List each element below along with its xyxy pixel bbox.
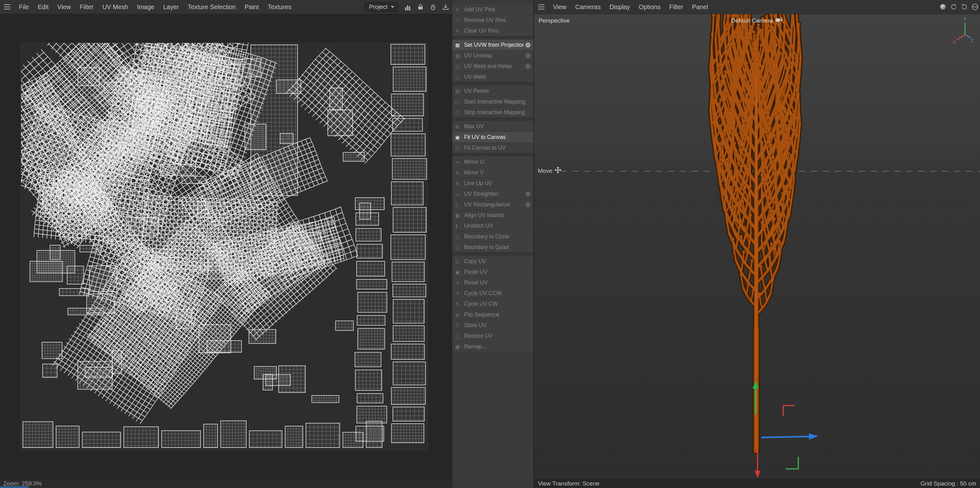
cmd-mirror-u[interactable]: ↔Mirror U (452, 157, 533, 167)
menu-texture-selection[interactable]: Texture Selection (183, 0, 240, 14)
sphere-icon[interactable] (939, 3, 947, 11)
menu-uv-mesh[interactable]: UV Mesh (98, 0, 132, 14)
rotate-cw-icon[interactable] (960, 3, 969, 11)
cmd-uv-weld[interactable]: ◻UV Weld (452, 72, 533, 83)
vp-menu-panel[interactable]: Panel (687, 0, 712, 14)
camera-label: Default Camera (731, 17, 783, 24)
cmd-copy-uv[interactable]: ⊡Copy UV (452, 256, 533, 267)
hand-icon[interactable] (428, 2, 438, 12)
cmd-add-uv-pins[interactable]: +Add UV Pins (452, 5, 533, 15)
cmd-uv-rectangularize[interactable]: ▯UV Rectangularize (452, 199, 533, 210)
viewport-hamburger-icon[interactable] (534, 0, 549, 14)
axis-y-label: Y (963, 16, 967, 21)
menu-image[interactable]: Image (132, 0, 159, 14)
cmd-item-icon: ↻ (455, 301, 464, 307)
gear-icon[interactable] (524, 64, 531, 69)
cmd-uv-weld-and-relax[interactable]: ◫UV Weld and Relax (452, 61, 533, 72)
cmd-item-icon: ↔ (455, 159, 464, 165)
gear-icon[interactable] (524, 191, 531, 197)
cmd-item-icon: × (455, 28, 464, 34)
gear-icon[interactable] (524, 53, 531, 59)
viewport-corner-icons (939, 3, 979, 11)
cmd-uv-peeler[interactable]: ▤UV Peeler (452, 86, 533, 97)
cmd-restore-uv[interactable]: △Restore UV (452, 331, 533, 342)
cmd-boundary-to-circle[interactable]: ○Boundary to Circle (452, 232, 533, 242)
cmd-start-interactive-mapping[interactable]: ▷Start Interactive Mapping (452, 97, 533, 107)
cmd-item-label: Cycle UV CW (464, 301, 531, 307)
rotate-ccw-icon[interactable] (949, 3, 958, 11)
cmd-item-label: UV Weld and Relax (464, 63, 524, 70)
cmd-store-uv[interactable]: ▽Store UV (452, 320, 533, 331)
cmd-cycle-uv-ccw[interactable]: ↺Cycle UV CCW (452, 288, 533, 299)
cmd-flip-sequence[interactable]: ⇄Flip Sequence (452, 310, 533, 320)
vp-menu-view[interactable]: View (549, 0, 571, 14)
menu-view[interactable]: View (53, 0, 75, 14)
group-separator (452, 153, 533, 157)
viewport-canvas[interactable] (534, 14, 980, 479)
vp-menu-options[interactable]: Options (635, 0, 665, 14)
cmd-item-icon: ↺ (455, 280, 464, 286)
cmd-item-label: Max UV (464, 123, 531, 130)
group-separator (452, 37, 533, 40)
cmd-remove-uv-pins[interactable]: −Remove UV Pins (452, 15, 533, 26)
menu-file[interactable]: File (14, 0, 33, 14)
vp-menu-display[interactable]: Display (605, 0, 635, 14)
menu-layer[interactable]: Layer (159, 0, 183, 14)
hamburger-menu-icon[interactable] (0, 0, 14, 14)
cmd-unstitch-uv[interactable]: ∦Unstitch UV (452, 221, 533, 232)
lock-icon[interactable] (415, 2, 425, 12)
uv-editor-canvas[interactable] (21, 43, 428, 450)
active-tool-label: Move (538, 167, 561, 175)
axis-orientation-widget[interactable]: Y X Z (952, 16, 976, 50)
uv-editor-panel: FileEditViewFilterUV MeshImageLayerTextu… (0, 0, 452, 488)
cmd-item-icon: ▧ (455, 53, 464, 59)
cmd-item-icon: ◻ (455, 110, 464, 115)
project-dropdown[interactable]: Project (365, 2, 399, 12)
cmd-set-uvw-from-projection[interactable]: ▦Set UVW from Projection (452, 40, 533, 51)
cmd-item-label: Mirror V (464, 169, 531, 176)
progress-indicator (0, 486, 29, 488)
cmd-item-icon: ⇄ (455, 312, 464, 318)
camera-icon[interactable] (775, 17, 783, 24)
menu-textures[interactable]: Textures (263, 0, 296, 14)
chevron-down-icon (391, 6, 395, 8)
cmd-align-uv-islands[interactable]: ▦Align UV Islands (452, 210, 533, 221)
cmd-clear-uv-pins[interactable]: ×Clear UV Pins (452, 26, 533, 37)
uv-editor-menubar: FileEditViewFilterUV MeshImageLayerTextu… (0, 0, 452, 14)
histogram-icon[interactable] (403, 2, 413, 12)
cmd-stop-interactive-mapping[interactable]: ◻Stop Interactive Mapping (452, 107, 533, 118)
gear-icon[interactable] (524, 202, 531, 208)
cmd-item-label: Copy UV (464, 258, 531, 265)
cmd-mirror-v[interactable]: ↕Mirror V (452, 167, 533, 178)
group-separator (452, 118, 533, 121)
import-icon[interactable] (441, 2, 450, 12)
cmd-item-icon: + (455, 7, 464, 13)
cmd-fit-canvas-to-uv[interactable]: ◳Fit Canvas to UV (452, 143, 533, 153)
cmd-max-uv[interactable]: ⊞Max UV (452, 121, 533, 132)
cmd-uv-unwrap[interactable]: ▧UV Unwrap (452, 51, 533, 61)
cmd-item-icon: ≡ (455, 181, 464, 186)
cmd-item-label: Unstitch UV (464, 223, 531, 229)
gear-icon[interactable] (524, 42, 531, 48)
menu-edit[interactable]: Edit (33, 0, 53, 14)
menu-filter[interactable]: Filter (75, 0, 98, 14)
cmd-item-icon: ∦ (455, 223, 464, 229)
vp-menu-filter[interactable]: Filter (665, 0, 687, 14)
cmd-paste-uv[interactable]: ▣Paste UV (452, 267, 533, 278)
cmd-reset-uv[interactable]: ↺Reset UV (452, 278, 533, 288)
move-cross-icon (555, 167, 561, 175)
cmd-uv-straighten[interactable]: ▭UV Straighten (452, 189, 533, 199)
cmd-fit-uv-to-canvas[interactable]: ▣Fit UV to Canvas (452, 132, 533, 143)
cmd-item-label: Set UVW from Projection (464, 42, 524, 48)
right-menu-items: ViewCamerasDisplayOptionsFilterPanel (549, 0, 712, 14)
layout-icon[interactable] (970, 3, 979, 11)
cmd-cycle-uv-cw[interactable]: ↻Cycle UV CW (452, 299, 533, 310)
cmd-boundary-to-quad[interactable]: ▢Boundary to Quad (452, 242, 533, 253)
menu-paint[interactable]: Paint (240, 0, 263, 14)
cmd-remap[interactable]: ▩Remap... (452, 342, 533, 352)
tool-name: Move (538, 167, 552, 174)
vp-menu-cameras[interactable]: Cameras (571, 0, 605, 14)
cmd-line-up-uv[interactable]: ≡Line Up UV (452, 178, 533, 189)
cmd-item-label: Reset UV (464, 280, 531, 286)
cmd-item-label: Flip Sequence (464, 312, 531, 318)
